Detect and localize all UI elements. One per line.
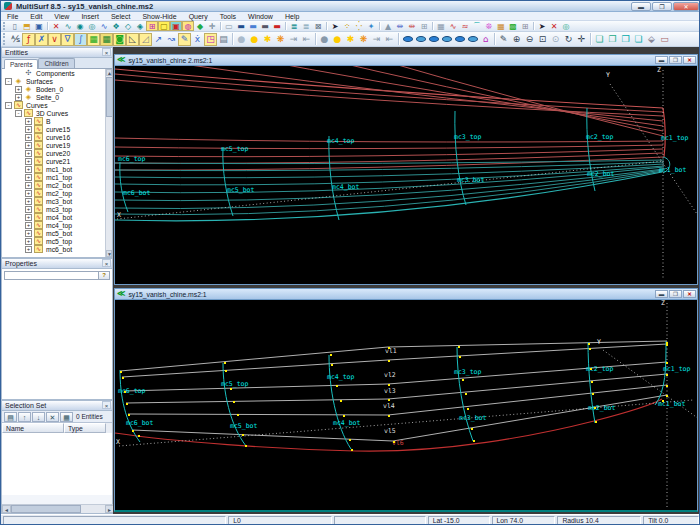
column-name[interactable]: Name — [2, 423, 64, 433]
toolbar-button[interactable]: ◿ — [139, 33, 152, 46]
toolbar-button[interactable]: ▣ — [33, 21, 45, 31]
maximize-button[interactable]: ❐ — [652, 2, 672, 11]
toolbar-button[interactable]: ◳ — [204, 33, 217, 46]
selection-set-button[interactable]: ↓ — [32, 412, 45, 422]
menu-item-query[interactable]: Query — [183, 12, 214, 21]
tree-item-curves[interactable]: -∿Curves — [2, 101, 112, 109]
toolbar-button[interactable]: ✕ — [50, 21, 62, 31]
toolbar-button[interactable]: ❏ — [593, 33, 606, 46]
expand-toggle-icon[interactable]: + — [25, 142, 32, 149]
toolbar-button[interactable]: ↻ — [562, 33, 575, 46]
viewport-close-button[interactable]: ✕ — [683, 290, 696, 298]
expand-toggle-icon[interactable]: - — [5, 102, 12, 109]
properties-close-icon[interactable]: × — [102, 259, 111, 267]
selection-set-close-icon[interactable]: × — [102, 401, 111, 409]
expand-toggle-icon[interactable]: + — [25, 150, 32, 157]
toolbar-button[interactable]: ▦ — [495, 21, 507, 31]
toolbar-button[interactable]: ⇹ — [406, 21, 418, 31]
tree-item-mc2_top[interactable]: +∿mc2_top — [2, 189, 112, 197]
menu-item-edit[interactable]: Edit — [24, 12, 48, 21]
toolbar-button[interactable] — [401, 33, 414, 46]
toolbar-button[interactable]: ❏ — [632, 33, 645, 46]
toolbar-button[interactable]: ⊕ — [510, 33, 523, 46]
tree-item-3d curves[interactable]: -∿3D Curves — [2, 109, 112, 117]
expand-toggle-icon[interactable]: + — [25, 174, 32, 181]
toolbar-button[interactable]: ➤ — [536, 21, 548, 31]
help-icon[interactable]: ? — [98, 272, 109, 279]
entities-close-icon[interactable]: × — [102, 48, 111, 56]
toolbar-button[interactable]: ◺ — [126, 33, 139, 46]
toolbar-button[interactable]: ⇥ — [370, 33, 383, 46]
tree-item-curve16[interactable]: +∿curve16 — [2, 133, 112, 141]
toolbar-button[interactable]: ● — [331, 33, 344, 46]
toolbar-button[interactable]: ✕ — [548, 21, 560, 31]
tree-item-b[interactable]: +∿B — [2, 117, 112, 125]
tree-item-mc4_top[interactable]: +∿mc4_top — [2, 221, 112, 229]
tree-item-mc1_bot[interactable]: +∿mc1_bot — [2, 165, 112, 173]
scroll-down-icon[interactable]: ▼ — [106, 250, 112, 257]
expand-toggle-icon[interactable]: + — [25, 246, 32, 253]
toolbar-button[interactable]: ◇ — [122, 21, 134, 31]
toolbar-button[interactable]: ↝ — [165, 33, 178, 46]
viewport-minimize-button[interactable]: ▬ — [655, 290, 668, 298]
toolbar-button[interactable]: ▭ — [223, 21, 235, 31]
toolbar-button[interactable]: ▣ — [170, 21, 182, 31]
expand-toggle-icon[interactable]: + — [25, 230, 32, 237]
viewport1-title-bar[interactable]: ≪ sy15_vanish_chine 2.ms2:1 ▬❐✕ — [115, 55, 697, 66]
toolbar-button[interactable]: ∿ — [62, 21, 74, 31]
toolbar-button[interactable]: ▯ — [9, 21, 21, 31]
toolbar-button[interactable]: ∿ — [98, 21, 110, 31]
expand-toggle-icon[interactable]: + — [25, 134, 32, 141]
scroll-up-icon[interactable]: ▲ — [106, 69, 112, 76]
toolbar-button[interactable]: ✛ — [575, 33, 588, 46]
tree-item-mc5_bot[interactable]: +∿mc5_bot — [2, 229, 112, 237]
toolbar-button[interactable] — [440, 33, 453, 46]
toolbar-button[interactable]: ⅍ — [9, 33, 22, 46]
expand-toggle-icon[interactable]: + — [25, 214, 32, 221]
viewport-maximize-button[interactable]: ❐ — [669, 56, 682, 64]
toolbar-button[interactable]: ⊞ — [519, 21, 531, 31]
toolbar-button[interactable] — [466, 33, 479, 46]
toolbar-button[interactable]: ▬ — [259, 21, 271, 31]
toolbar-button[interactable]: ∿ — [447, 21, 459, 31]
viewport2-canvas[interactable]: mc6_topmc5_topmc4_topmc3_topmc2_topmc1_t… — [115, 300, 697, 509]
expand-toggle-icon[interactable]: - — [15, 110, 22, 117]
toolbar-button[interactable]: ⊖ — [523, 33, 536, 46]
menu-item-tools[interactable]: Tools — [214, 12, 242, 21]
toolbar-button[interactable]: ∫ — [74, 33, 87, 46]
toolbar-button[interactable]: ⇤ — [300, 33, 313, 46]
toolbar-button[interactable]: ▢ — [158, 21, 170, 31]
toolbar-button[interactable]: ▤ — [217, 33, 230, 46]
toolbar-button[interactable]: ▩ — [507, 21, 519, 31]
toolbar-button[interactable]: ▦ — [87, 33, 100, 46]
expand-toggle-icon[interactable]: + — [25, 222, 32, 229]
toolbar-button[interactable]: ✦ — [365, 21, 377, 31]
expand-toggle-icon[interactable]: - — [5, 78, 12, 85]
selection-set-button[interactable]: ✕ — [46, 412, 59, 422]
toolbar-button[interactable]: ≣ — [288, 21, 300, 31]
toolbar-button[interactable]: ⊡ — [536, 33, 549, 46]
toolbar-button[interactable]: ▬ — [271, 21, 283, 31]
toolbar-button[interactable]: ⌂ — [479, 33, 492, 46]
tree-item-boden_0[interactable]: +◈Boden_0 — [2, 85, 112, 93]
toolbar-button[interactable]: ✱ — [261, 33, 274, 46]
tree-item-mc5_top[interactable]: +∿mc5_top — [2, 237, 112, 245]
toolbar-button[interactable]: ● — [318, 33, 331, 46]
toolbar-button[interactable]: ▦ — [100, 33, 113, 46]
menu-item-window[interactable]: Window — [242, 12, 279, 21]
expand-toggle-icon[interactable]: + — [25, 190, 32, 197]
selection-set-button[interactable]: ▤ — [4, 412, 17, 422]
expand-toggle-icon[interactable]: + — [25, 166, 32, 173]
menu-item-help[interactable]: Help — [279, 12, 305, 21]
toolbar-button[interactable]: ❊ — [483, 21, 495, 31]
viewport2-title-bar[interactable]: ≪ sy15_vanish_chine.ms2:1 ▬❐✕ — [115, 289, 697, 300]
toolbar-button[interactable] — [427, 33, 440, 46]
toolbar-button[interactable]: ● — [235, 33, 248, 46]
toolbar-button[interactable]: ◎ — [86, 21, 98, 31]
tree-item-surfaces[interactable]: -◈Surfaces — [2, 77, 112, 85]
toolbar-button[interactable]: ▬ — [247, 21, 259, 31]
toolbar-button[interactable]: ✛ — [206, 21, 218, 31]
minimize-button[interactable]: ▬ — [631, 2, 651, 11]
toolbar-button[interactable]: ↗ — [152, 33, 165, 46]
tree-item-mc2_bot[interactable]: +∿mc2_bot — [2, 181, 112, 189]
